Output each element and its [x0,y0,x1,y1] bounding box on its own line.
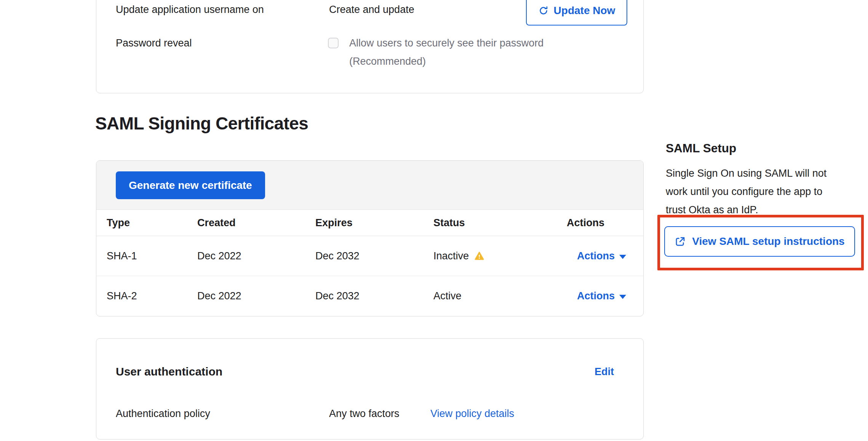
actions-menu-label: Actions [577,250,615,262]
update-now-label: Update Now [554,5,615,17]
cert-expires-cell: Dec 2032 [315,290,433,302]
certificates-toolbar: Generate new certificate [96,161,643,210]
password-reveal-checkbox[interactable] [328,38,339,48]
actions-menu-label: Actions [577,290,615,302]
column-header-type: Type [107,217,197,229]
view-saml-setup-instructions-label: View SAML setup instructions [692,235,844,248]
app-settings-card: Update application username on Create an… [96,0,644,93]
certificate-row-sha2: SHA-2 Dec 2022 Dec 2032 Active Actions [96,276,643,316]
update-now-button[interactable]: Update Now [526,0,627,26]
password-reveal-description: Allow users to securely see their passwo… [349,34,543,70]
status-badge: Inactive [433,250,469,262]
generate-certificate-button[interactable]: Generate new certificate [116,171,265,199]
password-reveal-recommended-label: (Recommended) [349,52,543,70]
password-reveal-checkbox-label: Allow users to securely see their passwo… [349,34,543,52]
refresh-icon [538,5,549,16]
saml-setup-description: Single Sign On using SAML will not work … [666,164,826,219]
external-link-icon [675,236,686,247]
cert-expires-cell: Dec 2032 [315,250,433,262]
column-header-status: Status [433,217,567,229]
cert-status-cell: Active [433,290,567,302]
view-saml-setup-instructions-button[interactable]: View SAML setup instructions [664,226,855,257]
saml-setup-description-line: trust Okta as an IdP. [666,201,826,219]
actions-menu-button[interactable]: Actions [567,250,626,262]
update-username-label: Update application username on [116,3,264,16]
password-reveal-label: Password reveal [116,36,192,50]
cert-type-cell: SHA-1 [107,250,197,262]
update-username-value: Create and update [329,3,414,16]
certificates-table-header: Type Created Expires Status Actions [96,210,643,236]
certificate-row-sha1: SHA-1 Dec 2022 Dec 2032 Inactive Actions [96,236,643,276]
actions-menu-button[interactable]: Actions [567,290,626,302]
column-header-actions: Actions [567,217,643,229]
warning-triangle-icon [474,251,484,261]
cert-type-cell: SHA-2 [107,290,197,302]
page-title: SAML Signing Certificates [95,113,308,134]
cert-status-cell: Inactive [433,250,567,262]
column-header-expires: Expires [315,217,433,229]
caret-down-icon [619,255,626,259]
cert-created-cell: Dec 2022 [197,250,315,262]
okta-app-saml-settings-page: { "settings_card": { "row1_label": "Upda… [0,0,868,441]
saml-certificates-card: Generate new certificate Type Created Ex… [96,160,644,316]
caret-down-icon [619,295,626,299]
saml-setup-description-line: Single Sign On using SAML will not [666,164,826,182]
edit-link[interactable]: Edit [595,365,614,379]
authentication-policy-value: Any two factors [329,407,400,420]
view-policy-details-link[interactable]: View policy details [430,407,514,420]
cert-created-cell: Dec 2022 [197,290,315,302]
column-header-created: Created [197,217,315,229]
authentication-policy-label: Authentication policy [116,407,210,420]
saml-setup-description-line: work until you configure the app to [666,182,826,201]
saml-setup-title: SAML Setup [666,141,736,155]
user-authentication-title: User authentication [116,364,222,380]
user-authentication-card: User authentication Edit Authentication … [96,338,644,439]
status-badge: Active [433,290,462,302]
